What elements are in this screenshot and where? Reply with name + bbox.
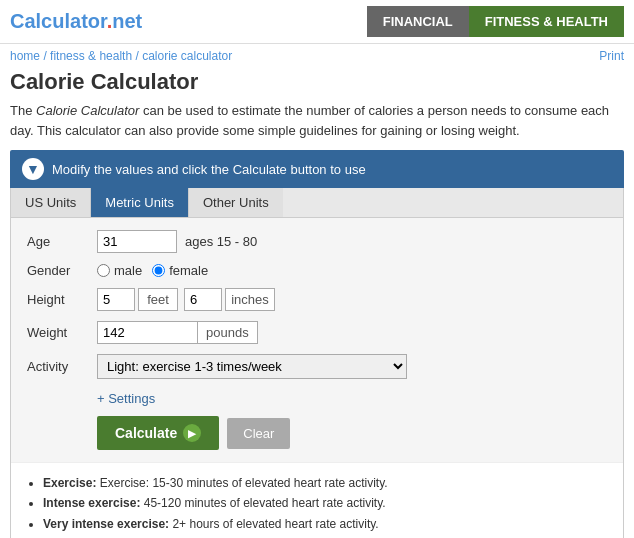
note-item: Exercise: Exercise: 15-30 minutes of ele…: [43, 473, 609, 493]
weight-inputs: pounds: [97, 321, 258, 344]
calc-box: US Units Metric Units Other Units Age ag…: [10, 188, 624, 538]
form-area: Age ages 15 - 80 Gender male female: [11, 218, 623, 462]
weight-row: Weight pounds: [27, 321, 607, 344]
logo: Calculator.net: [10, 10, 142, 33]
note-item: Intense exercise: 45-120 minutes of elev…: [43, 493, 609, 513]
activity-label: Activity: [27, 359, 97, 374]
play-icon: ▶: [183, 424, 201, 442]
height-label: Height: [27, 292, 97, 307]
activity-row: Activity Light: exercise 1-3 times/week …: [27, 354, 607, 379]
age-row: Age ages 15 - 80: [27, 230, 607, 253]
radio-female[interactable]: [152, 264, 165, 277]
tab-metric-units[interactable]: Metric Units: [91, 188, 189, 217]
age-input[interactable]: [97, 230, 177, 253]
age-label: Age: [27, 234, 97, 249]
notes-area: Exercise: Exercise: 15-30 minutes of ele…: [11, 462, 623, 538]
age-note: ages 15 - 80: [185, 234, 257, 249]
calculate-label: Calculate: [115, 425, 177, 441]
gender-row: Gender male female: [27, 263, 607, 278]
gender-label: Gender: [27, 263, 97, 278]
radio-male[interactable]: [97, 264, 110, 277]
radio-group: male female: [97, 263, 208, 278]
clear-button[interactable]: Clear: [227, 418, 290, 449]
nav-tab-fitness[interactable]: FITNESS & HEALTH: [469, 6, 624, 37]
weight-input[interactable]: [97, 321, 197, 344]
height-feet-unit: feet: [138, 288, 178, 311]
note-item: Very intense exercise: 2+ hours of eleva…: [43, 514, 609, 534]
settings-link[interactable]: + Settings: [27, 387, 607, 414]
height-inches-input[interactable]: [184, 288, 222, 311]
print-link[interactable]: Print: [599, 49, 624, 63]
header: Calculator.net FINANCIAL FITNESS & HEALT…: [0, 0, 634, 44]
breadcrumb-section[interactable]: fitness & health: [50, 49, 132, 63]
tab-other-units[interactable]: Other Units: [189, 188, 283, 217]
height-row: Height feet inches: [27, 288, 607, 311]
radio-female-label[interactable]: female: [152, 263, 208, 278]
height-inputs: feet inches: [97, 288, 275, 311]
weight-unit: pounds: [197, 321, 258, 344]
blue-bar: ▼ Modify the values and click the Calcul…: [10, 150, 624, 188]
breadcrumb: home / fitness & health / calorie calcul…: [10, 49, 232, 63]
blue-bar-text: Modify the values and click the Calculat…: [52, 162, 366, 177]
breadcrumb-page[interactable]: calorie calculator: [142, 49, 232, 63]
height-inches-unit: inches: [225, 288, 275, 311]
description: The Calorie Calculator can be used to es…: [10, 101, 624, 140]
page-title: Calorie Calculator: [10, 69, 624, 95]
unit-tabs: US Units Metric Units Other Units: [11, 188, 623, 218]
weight-label: Weight: [27, 325, 97, 340]
height-feet-input[interactable]: [97, 288, 135, 311]
calculate-button[interactable]: Calculate ▶: [97, 416, 219, 450]
nav-tab-financial[interactable]: FINANCIAL: [367, 6, 469, 37]
tab-us-units[interactable]: US Units: [11, 188, 91, 217]
breadcrumb-home[interactable]: home: [10, 49, 40, 63]
activity-select[interactable]: Light: exercise 1-3 times/week Sedentary…: [97, 354, 407, 379]
arrow-down-icon: ▼: [22, 158, 44, 180]
radio-male-label[interactable]: male: [97, 263, 142, 278]
button-row: Calculate ▶ Clear: [27, 416, 607, 450]
nav-tabs: FINANCIAL FITNESS & HEALTH: [367, 6, 624, 37]
